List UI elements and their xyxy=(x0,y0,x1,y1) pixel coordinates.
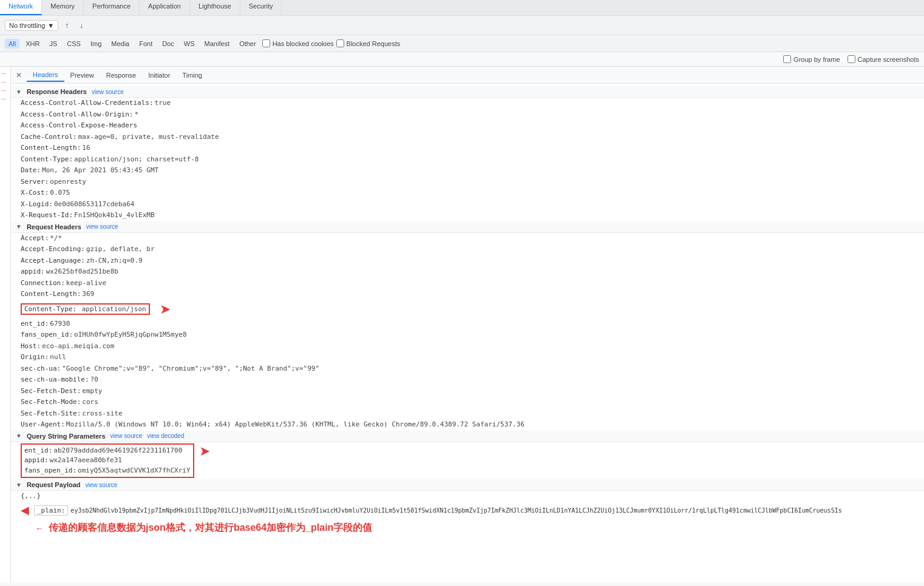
panel-tabs: ✕ Headers Preview Response Initiator Tim… xyxy=(11,67,924,84)
request-payload-toggle: ▼ xyxy=(16,482,22,488)
request-headers-toggle: ▼ xyxy=(16,223,22,230)
filter-all[interactable]: All xyxy=(5,39,19,49)
request-header-row-1: Accept-Encoding: gzip, deflate, br xyxy=(11,244,924,255)
tab-security[interactable]: Security xyxy=(240,0,282,15)
query-string-toggle: ▼ xyxy=(16,433,22,439)
request-header-row-13: Sec-Fetch-Dest: empty xyxy=(11,386,924,397)
tab-application[interactable]: Application xyxy=(140,0,190,15)
tab-preview[interactable]: Preview xyxy=(64,69,100,81)
throttle-label: No throttling xyxy=(9,22,45,29)
request-header-row-11: sec-ch-ua: "Google Chrome";v="89", "Chro… xyxy=(11,363,924,375)
query-view-source[interactable]: view source xyxy=(110,433,143,439)
query-param-2: fans_open_id: omiyQ5X5aqtwdCVVK1dX7fhCXr… xyxy=(24,466,191,476)
filter-doc[interactable]: Doc xyxy=(158,39,178,49)
response-header-row-4: Content-Length: 16 xyxy=(11,143,924,154)
close-button[interactable]: ✕ xyxy=(16,71,22,79)
filter-xhr[interactable]: XHR xyxy=(22,39,43,49)
response-header-row-2: Access-Control-Expose-Headers xyxy=(11,120,924,132)
filter-js[interactable]: JS xyxy=(46,39,61,49)
extra-options-bar: Group by frame Capture screenshots xyxy=(0,52,924,67)
response-headers-title: Response Headers xyxy=(27,88,87,95)
annotation-left-arrow: ← xyxy=(35,524,44,533)
blocked-requests-input[interactable] xyxy=(336,39,344,47)
query-params-highlight: ent_id: ab2079adddad69e461926f2231161700… xyxy=(21,443,194,479)
response-headers-section[interactable]: ▼ Response Headers view source xyxy=(11,86,924,98)
response-header-row-9: X-Logid: 0e0d608653117cdeba64 xyxy=(11,199,924,210)
tab-timing[interactable]: Timing xyxy=(176,69,208,81)
annotation-text: 传递的顾客信息数据为json格式，对其进行base64加密作为_plain字段的… xyxy=(49,522,372,534)
tab-memory[interactable]: Memory xyxy=(42,0,84,15)
tab-performance[interactable]: Performance xyxy=(84,0,140,15)
blocked-requests-label: Blocked Requests xyxy=(347,40,401,47)
blocked-cookies-label: Has blocked cookies xyxy=(273,40,334,47)
filter-manifest[interactable]: Manifest xyxy=(201,39,234,49)
filter-media[interactable]: Media xyxy=(107,39,133,49)
blocked-requests-checkbox[interactable]: Blocked Requests xyxy=(336,39,401,47)
headers-content: ▼ Response Headers view source Access-Co… xyxy=(11,84,924,582)
plain-label: _plain: xyxy=(34,505,68,516)
group-by-frame-label: Group by frame xyxy=(793,56,840,63)
query-params-container: ent_id: ab2079adddad69e461926f2231161700… xyxy=(11,442,924,480)
response-header-row-5: Content-Type: application/json; charset=… xyxy=(11,154,924,166)
request-headers-section[interactable]: ▼ Request Headers view source xyxy=(11,221,924,233)
query-param-1: appid: wx2a147aeea80bfe31 xyxy=(24,456,191,466)
filter-img[interactable]: Img xyxy=(87,39,105,49)
request-headers-view-source[interactable]: view source xyxy=(86,223,118,230)
response-headers-view-source[interactable]: view source xyxy=(92,89,124,95)
group-by-frame-input[interactable] xyxy=(783,55,791,63)
request-payload-section[interactable]: ▼ Request Payload view source xyxy=(11,479,924,491)
request-headers-title: Request Headers xyxy=(27,223,81,231)
content-type-highlighted-row: Content-Type: application/json ➤ xyxy=(11,300,924,318)
query-string-section[interactable]: ▼ Query String Parameters view source vi… xyxy=(11,431,924,442)
detail-panel: ✕ Headers Preview Response Initiator Tim… xyxy=(11,67,924,582)
response-header-row-10: X-Request-Id: Fn1SHQok4b1v_4vlExMB xyxy=(11,210,924,221)
capture-screenshots-label: Capture screenshots xyxy=(858,56,920,63)
tab-initiator[interactable]: Initiator xyxy=(142,69,176,81)
top-tab-bar: Network Memory Performance Application L… xyxy=(0,0,924,16)
query-string-title: Query String Parameters xyxy=(27,433,106,440)
tab-lighthouse[interactable]: Lighthouse xyxy=(190,0,240,15)
request-header-row-4: Connection: keep-alive xyxy=(11,278,924,289)
request-list-panel[interactable]: ............ xyxy=(0,67,11,582)
response-header-row-3: Cache-Control: max-age=0, private, must-… xyxy=(11,132,924,143)
response-headers-toggle: ▼ xyxy=(16,89,22,95)
request-header-row-0: Accept: */* xyxy=(11,233,924,244)
upload-icon[interactable]: ↑ xyxy=(61,19,73,32)
request-header-row-5: Content-Length: 369 xyxy=(11,289,924,300)
filter-css[interactable]: CSS xyxy=(63,39,84,49)
main-area: ............ ✕ Headers Preview Response … xyxy=(0,67,924,582)
response-header-row-7: Server: openresty xyxy=(11,177,924,188)
query-view-decoded[interactable]: view decoded xyxy=(147,433,184,439)
bottom-arrow-icon: ◀ xyxy=(21,503,29,517)
request-header-row-10: Origin: null xyxy=(11,352,924,363)
throttle-button[interactable]: No throttling ▼ xyxy=(5,20,58,31)
query-param-0: ent_id: ab2079adddad69e461926f2231161700 xyxy=(24,446,191,456)
filter-font[interactable]: Font xyxy=(135,39,156,49)
plain-value: ey3sb2NhdGlvb19pbmZvIjp7ImNpdHkiOiIlIDpg… xyxy=(70,507,841,514)
group-by-frame-checkbox[interactable]: Group by frame xyxy=(783,55,840,63)
tab-network[interactable]: Network xyxy=(0,0,42,15)
tab-headers[interactable]: Headers xyxy=(27,69,64,82)
request-header-row-3: appid: wx2625bf0ad251be8b xyxy=(11,266,924,278)
blocked-cookies-input[interactable] xyxy=(262,39,270,47)
response-header-row-1: Access-Control-Allow-Origin: * xyxy=(11,109,924,121)
tab-response[interactable]: Response xyxy=(100,69,143,81)
capture-screenshots-checkbox[interactable]: Capture screenshots xyxy=(848,55,920,63)
capture-screenshots-input[interactable] xyxy=(848,55,855,63)
throttle-dropdown-icon: ▼ xyxy=(47,22,54,29)
response-header-row-6: Date: Mon, 26 Apr 2021 05:43:45 GMT xyxy=(11,165,924,177)
request-header-row-12: sec-ch-ua-mobile: ?0 xyxy=(11,374,924,386)
blocked-cookies-checkbox[interactable]: Has blocked cookies xyxy=(262,39,334,47)
download-icon[interactable]: ↓ xyxy=(75,19,87,32)
request-header-row-15: Sec-Fetch-Site: cross-site xyxy=(11,408,924,420)
payload-preview: {,..} xyxy=(21,492,41,500)
network-toolbar: No throttling ▼ ↑ ↓ xyxy=(0,16,924,35)
payload-view-source[interactable]: view source xyxy=(86,482,118,488)
chinese-annotation: ← 传递的顾客信息数据为json格式，对其进行base64加密作为_plain字… xyxy=(11,519,924,537)
query-params-arrow: ➤ xyxy=(199,443,210,459)
filter-ws[interactable]: WS xyxy=(180,39,199,49)
request-header-row-7: ent_id: 67930 xyxy=(11,318,924,330)
request-header-row-16: User-Agent: Mozilla/5.0 (Windows NT 10.0… xyxy=(11,419,924,431)
filter-other[interactable]: Other xyxy=(236,39,260,49)
payload-preview-row: {,..} xyxy=(11,491,924,501)
